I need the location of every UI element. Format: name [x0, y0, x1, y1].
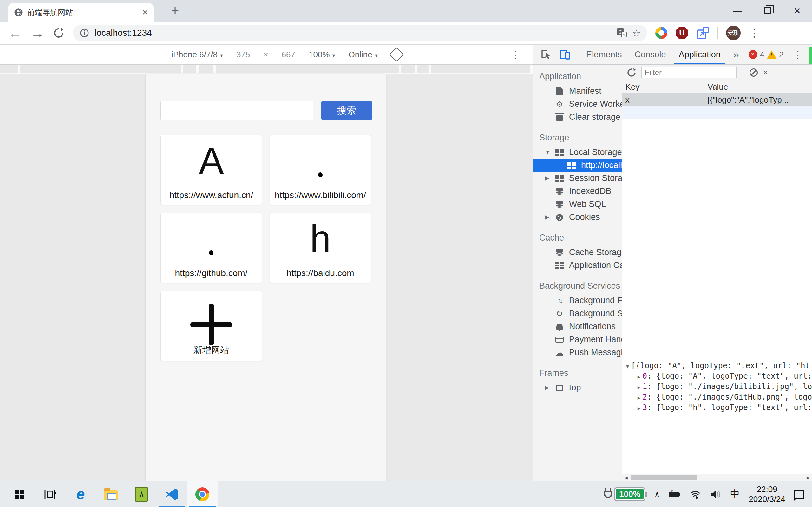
delete-selected-icon[interactable]: × — [763, 67, 768, 78]
tab-close-icon[interactable]: × — [142, 8, 148, 17]
device-toolbar-toggle-icon[interactable] — [556, 45, 575, 64]
expander-closed-icon[interactable]: ▶ — [545, 214, 549, 221]
expander-closed-icon[interactable]: ▶ — [545, 384, 549, 391]
preview-item[interactable]: ▶2: {logo: "./images/GitHub.png", logo — [626, 392, 812, 402]
extension-ublock-icon[interactable]: U — [676, 26, 688, 39]
chrome-button[interactable] — [187, 481, 217, 507]
profile-avatar[interactable]: 安琪 — [726, 26, 741, 40]
sidebar-item-localstorage-origin[interactable]: http://localhost:1234 — [533, 159, 622, 172]
device-select[interactable]: iPhone 6/7/8▾ — [171, 50, 223, 60]
translate-icon[interactable]: G文 — [616, 27, 627, 38]
address-bar[interactable]: localhost:1234 G文 ☆ — [73, 25, 647, 41]
sidebar-item-frame-top[interactable]: ▶ top — [533, 381, 622, 394]
site-card-acfun[interactable]: A https://www.acfun.cn/ — [160, 135, 262, 205]
back-button[interactable]: ← — [8, 26, 22, 40]
rotate-icon[interactable] — [389, 47, 404, 62]
add-site-card[interactable]: 新增网站 — [160, 291, 262, 361]
expander-closed-icon[interactable]: ▶ — [638, 395, 641, 401]
search-input[interactable] — [160, 101, 313, 120]
site-card-baidu[interactable]: h https://baidu.com — [270, 213, 371, 283]
sidebar-item-manifest[interactable]: Manifest — [533, 84, 622, 98]
new-tab-button[interactable]: + — [166, 3, 184, 19]
browser-tab[interactable]: 前端导航网站 × — [8, 3, 154, 21]
tab-application[interactable]: Application — [672, 45, 727, 64]
table-row-empty[interactable] — [622, 107, 812, 119]
sidebar-item-local-storage[interactable]: ▼ Local Storage — [533, 146, 622, 159]
volume-icon[interactable] — [710, 490, 721, 499]
sidebar-item-cookies[interactable]: ▶ Cookies — [533, 211, 622, 224]
sidebar-item-push-messaging[interactable]: ☁ Push Messaging — [533, 346, 622, 359]
inspect-element-icon[interactable] — [537, 45, 556, 64]
tray-expand-icon[interactable]: ∧ — [654, 490, 660, 499]
extension-colorwheel-icon[interactable] — [655, 27, 667, 39]
minimize-button[interactable]: — — [722, 0, 752, 21]
site-card-bilibili[interactable]: https://www.bilibili.com/ — [270, 135, 371, 205]
scrollbar-thumb[interactable] — [630, 475, 697, 481]
viewport-height[interactable]: 667 — [282, 50, 295, 60]
expander-open-icon[interactable]: ▼ — [545, 149, 550, 156]
tab-elements[interactable]: Elements — [580, 45, 628, 64]
browser-titlebar: 前端导航网站 × + — × — [0, 0, 812, 21]
task-view-button[interactable] — [35, 481, 65, 507]
sidebar-item-notifications[interactable]: Notifications — [533, 320, 622, 333]
throttling-select[interactable]: Online▾ — [349, 50, 378, 60]
sidebar-item-service-workers[interactable]: ⚙ Service Workers — [533, 98, 622, 111]
vscode-button[interactable] — [157, 481, 187, 507]
expander-open-icon[interactable]: ▼ — [626, 363, 629, 370]
taskbar-clock[interactable]: 22:09 2020/3/24 — [749, 485, 785, 504]
sidebar-item-background-sync[interactable]: ↻ Background Sync — [533, 307, 622, 320]
sidebar-item-clear-storage[interactable]: Clear storage — [533, 111, 622, 124]
page-info-icon[interactable] — [79, 28, 90, 38]
file-explorer-button[interactable] — [96, 481, 126, 507]
clear-all-icon[interactable] — [750, 68, 758, 77]
search-button[interactable]: 搜索 — [321, 101, 372, 120]
sidebar-item-cache-storage[interactable]: Cache Storage — [533, 246, 622, 259]
sidebar-item-session-storage[interactable]: ▶ Session Storage — [533, 172, 622, 185]
table-row[interactable]: x [{"logo":"A","logoTyp... — [622, 94, 812, 107]
bookmark-star-icon[interactable]: ☆ — [632, 27, 641, 39]
edge-button[interactable]: e — [65, 481, 96, 507]
expander-closed-icon[interactable]: ▶ — [638, 405, 641, 411]
battery-status-widget[interactable]: 100% — [603, 487, 646, 501]
sidebar-item-websql[interactable]: Web SQL — [533, 198, 622, 211]
sidebar-item-payment-handler[interactable]: Payment Handler — [533, 333, 622, 346]
more-tabs-icon[interactable]: » — [727, 45, 745, 64]
wifi-icon[interactable] — [690, 490, 701, 499]
console-error-badge[interactable]: × 4 2 — [745, 45, 787, 64]
viewport-width[interactable]: 375 — [236, 50, 250, 60]
ime-indicator[interactable]: 中 — [730, 488, 740, 501]
url-text[interactable]: localhost:1234 — [95, 28, 611, 38]
preview-item[interactable]: ▶1: {logo: "./images/bilibili.jpg", lo — [626, 382, 812, 392]
browser-menu-icon[interactable]: ⋮ — [749, 26, 760, 39]
site-card-github[interactable]: https://github.com/ — [160, 213, 262, 283]
device-toolbar-menu-icon[interactable]: ⋮ — [511, 49, 520, 60]
close-button[interactable]: × — [782, 0, 812, 21]
preview-item[interactable]: ▶3: {logo: "h", logoType: "text", url: — [626, 402, 812, 413]
expander-closed-icon[interactable]: ▶ — [638, 374, 641, 380]
preview-item[interactable]: ▶0: {logo: "A", logoType: "text", url: — [626, 371, 812, 382]
devtools-menu-icon[interactable]: ⋮ — [786, 45, 809, 64]
extension-window-icon[interactable] — [697, 26, 709, 39]
reload-button[interactable] — [53, 27, 65, 39]
key-column-header[interactable]: Key — [622, 80, 705, 93]
expander-closed-icon[interactable]: ▶ — [545, 175, 549, 181]
tab-console[interactable]: Console — [628, 45, 672, 64]
action-center-icon[interactable] — [794, 490, 804, 499]
sidebar-item-application-cache[interactable]: Application Cache — [533, 259, 622, 272]
sidebar-item-indexeddb[interactable]: IndexedDB — [533, 185, 622, 198]
refresh-icon[interactable] — [627, 68, 636, 77]
restore-button[interactable] — [752, 0, 782, 21]
scroll-left-icon[interactable]: ◀ — [622, 474, 630, 481]
battery-tray-icon[interactable] — [669, 490, 681, 498]
horizontal-scrollbar[interactable]: ◀ ▶ — [622, 474, 812, 481]
value-column-header[interactable]: Value — [705, 80, 812, 93]
expander-closed-icon[interactable]: ▶ — [638, 384, 641, 390]
start-button[interactable] — [4, 481, 35, 507]
lambda-app-button[interactable]: λ — [126, 481, 157, 507]
preview-root[interactable]: ▼[{logo: "A", logoType: "text", url: "ht — [626, 360, 812, 371]
scroll-right-icon[interactable]: ▶ — [804, 474, 812, 481]
zoom-select[interactable]: 100%▾ — [309, 50, 335, 60]
sidebar-item-background-fetch[interactable]: ↑↓ Background Fetch — [533, 294, 622, 307]
filter-input[interactable] — [641, 67, 737, 78]
forward-button[interactable]: → — [31, 26, 44, 40]
